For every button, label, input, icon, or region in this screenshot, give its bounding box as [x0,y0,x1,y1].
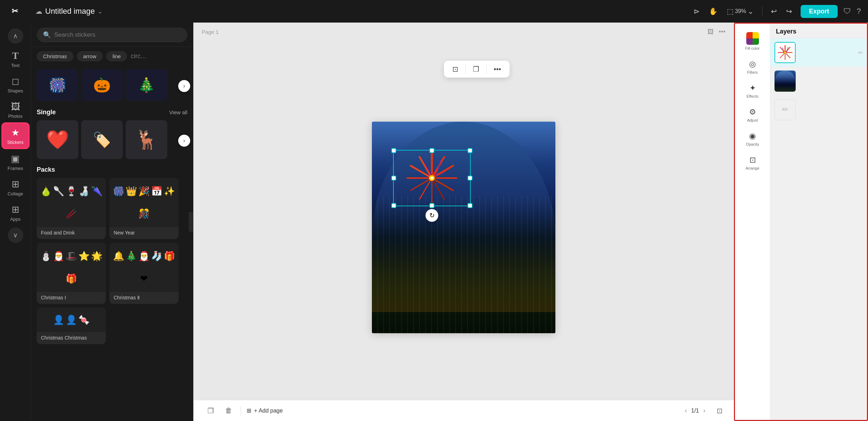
sidebar-scroll-down[interactable]: ∨ [8,227,23,243]
frames-icon: ▣ [11,153,20,164]
fill-color-button[interactable]: Fill color [737,28,768,55]
layer-edit-icon: ✏ [858,49,863,56]
featured-item-2[interactable]: 🎃 [81,69,123,101]
duplicate-button[interactable]: ❐ [470,63,482,75]
pack-christmas3[interactable]: 👤👤🍬 Christmas Christmas [37,307,106,344]
stickers-scroll-area[interactable]: 🎆 🎃 🎄 › Single View all ❤️ [31,64,193,421]
featured-item-3[interactable]: 🎄 [126,69,167,101]
pack-food-name: Food and Drink [37,227,106,239]
page-navigation: ‹ 1/1 › [685,407,705,414]
pack-xmas3-name: Christmas Christmas [37,332,106,344]
rotate-handle[interactable]: ↻ [426,209,438,222]
layers-header: Layers [770,24,867,38]
sidebar-item-label: Text [11,63,20,68]
effects-button[interactable]: ✦ Effects [737,79,768,103]
document-title[interactable]: Untitled image [45,7,95,16]
opacity-button[interactable]: ◉ Opacity [737,127,768,151]
handle-bottom-right[interactable] [468,203,472,208]
toolbar-separator [465,65,466,73]
layer-thumb-firework [774,42,796,63]
bottom-divider [241,406,241,416]
single-view-all[interactable]: View all [169,109,187,115]
layer-row-city[interactable] [770,67,867,96]
search-input[interactable] [54,31,181,38]
opacity-icon: ◉ [749,132,756,141]
pack-newyear-thumb: 🎆👑🎉 📅✨🎊 [109,178,179,227]
arrange-button[interactable]: ⊡ Arrange [737,151,768,175]
right-tools-column: Fill color ◎ Filters ✦ Effects ⚙ Adjust … [735,24,770,420]
pack-christmas2[interactable]: 🔔🎄🎅 🧦🎁❤ Christmas Ⅱ [109,243,179,304]
pack-new-year[interactable]: 🎆👑🎉 📅✨🎊 New Year [109,178,179,239]
select-tool-button[interactable]: ⊳ [691,5,703,18]
more-button[interactable]: ••• [491,64,504,75]
hand-tool-button[interactable]: ✋ [706,5,721,18]
zoom-chevron-icon: ⌄ [748,7,754,16]
more-options-icon[interactable]: ••• [719,28,725,36]
export-button[interactable]: Export [801,5,838,18]
sidebar-item-stickers[interactable]: ★ Stickers [2,123,29,148]
handle-top-right[interactable] [468,148,472,153]
single-title: Single [37,109,56,116]
sidebar-item-apps[interactable]: ⊞ Apps [2,201,29,225]
sticker-on-canvas[interactable]: ↻ [393,150,471,206]
handle-middle-left[interactable] [391,176,396,181]
pack-xmas2-name: Christmas Ⅱ [109,292,179,304]
canvas-bottom-bar: ❐ 🗑 ⊞ + Add page ‹ 1/1 › ⊡ [193,400,734,421]
tag-arrow[interactable]: arrow [77,51,103,61]
sticker-heart[interactable]: ❤️ [37,120,78,159]
redo-button[interactable]: ↪ [783,5,795,18]
add-page-button[interactable]: ⊞ + Add page [247,407,283,414]
app-logo: ✂ [7,4,23,19]
frame-tool-button[interactable]: ⬚ 39% ⌄ [724,5,757,18]
sidebar-scroll-up[interactable]: ∧ [8,28,23,44]
prev-page-button[interactable]: ‹ [685,407,687,414]
delete-page-button[interactable]: 🗑 [222,404,235,417]
filters-button[interactable]: ◎ Filters [737,55,768,79]
handle-top-middle[interactable] [429,148,434,153]
search-area: 🔍 [31,23,193,47]
title-area: ☁ Untitled image ⌄ [35,7,102,16]
topbar-tools: ⊳ ✋ ⬚ 39% ⌄ ↩ ↪ [691,5,795,18]
sidebar-item-text[interactable]: T Text [2,47,29,71]
toolbar-separator2 [486,65,487,73]
add-page-label: + Add page [254,408,283,414]
sidebar-item-shapes[interactable]: ◻ Shapes [2,72,29,96]
sidebar-item-collage[interactable]: ⊞ Collage [2,175,29,199]
duplicate-page-button[interactable]: ❐ [205,404,217,418]
next-page-button[interactable]: › [703,407,705,414]
fullscreen-button[interactable]: ⊡ [717,407,723,415]
featured-next-button[interactable]: › [178,80,190,92]
layer-row-firework[interactable]: ✏ [770,38,867,67]
tag-christmas[interactable]: Christmas [37,51,73,61]
svg-point-27 [784,51,786,53]
pack-christmas1[interactable]: ⛄🎅🎩 ⭐🌟🎁 Christmas Ⅰ [37,243,106,304]
featured-item-1[interactable]: 🎆 [37,69,78,101]
handle-top-left[interactable] [391,148,396,153]
sidebar-item-photos[interactable]: 🖼 Photos [2,98,29,122]
crop-button[interactable]: ⊡ [450,63,461,75]
canvas-container: ⊡ ❐ ••• [193,41,734,400]
right-area: Fill color ◎ Filters ✦ Effects ⚙ Adjust … [734,23,868,421]
layers-title: Layers [776,28,796,35]
handle-bottom-middle[interactable] [429,203,434,208]
undo-button[interactable]: ↩ [768,5,780,18]
pack-food-drink[interactable]: 🍐🥄🍷 🍶🌂🥢 Food and Drink [37,178,106,239]
layer-row-empty[interactable]: ✏ [770,96,867,124]
collapse-panel-button[interactable]: ‹ [189,212,193,232]
redo-icon: ↪ [786,7,792,16]
stickers-icon: ★ [11,127,19,138]
adjust-button[interactable]: ⚙ Adjust [737,103,768,127]
title-chevron-icon[interactable]: ⌄ [98,8,102,15]
handle-middle-right[interactable] [468,176,472,181]
pack-xmas3-thumb: 👤👤🍬 [37,307,106,332]
frame-icon: ⬚ [727,7,734,16]
sticker-sale[interactable]: 🏷️ [81,120,123,159]
tag-line[interactable]: line [106,51,127,61]
single-next-button[interactable]: › [178,135,190,147]
help-icon[interactable]: ? [857,7,861,16]
undo-icon: ↩ [771,7,777,16]
handle-bottom-left[interactable] [391,203,396,208]
sticker-reindeer[interactable]: 🦌 [126,120,167,159]
sidebar-item-label: Apps [10,216,21,222]
sidebar-item-frames[interactable]: ▣ Frames [2,150,29,174]
